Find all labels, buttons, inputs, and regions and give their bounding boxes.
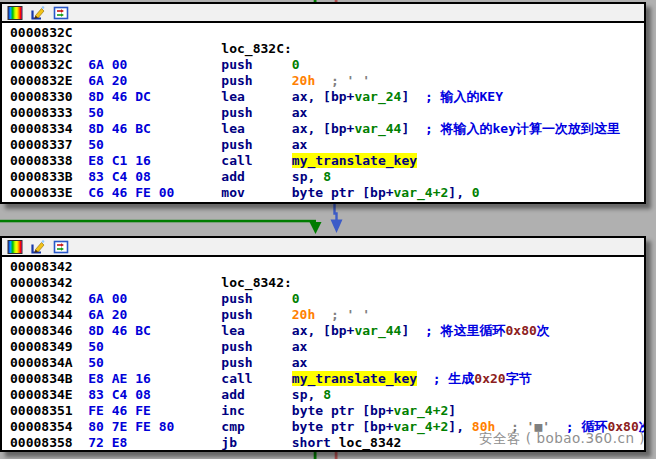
edge-fallthrough-line [335,204,337,220]
node-body: 0000834200008342 loc_8342:00008342 6A 00… [2,257,644,451]
asm-line[interactable]: 0000833B 83 C4 08 add sp, 8 [10,169,644,185]
group-node-icon[interactable] [53,239,69,255]
asm-line[interactable]: 00008346 8D 46 BC lea ax, [bp+var_44] ; … [10,323,644,339]
asm-line[interactable]: 00008349 50 push ax [10,339,644,355]
edge-loop-line [0,220,316,223]
asm-line[interactable]: 00008330 8D 46 DC lea ax, [bp+var_24] ; … [10,89,644,105]
asm-line[interactable]: 0000832C loc_832C: [10,41,644,57]
group-node-icon[interactable] [53,5,69,21]
asm-line[interactable]: 00008351 FE 46 FE inc byte ptr [bp+var_4… [10,403,644,419]
node-titlebar[interactable] [2,238,644,257]
node-body: 0000832C0000832C loc_832C:0000832C 6A 00… [2,23,644,201]
node-titlebar[interactable] [2,4,644,23]
asm-line[interactable]: 00008334 8D 46 BC lea ax, [bp+var_44] ; … [10,121,644,137]
asm-line[interactable]: 00008342 [10,259,644,275]
asm-line[interactable]: 0000834B E8 AE 16 call my_translate_key … [10,371,644,387]
edit-node-icon[interactable] [30,5,46,21]
asm-line[interactable]: 00008338 E8 C1 16 call my_translate_key [10,153,644,169]
edge-loop-arrowhead [310,222,322,234]
asm-line[interactable]: 00008344 6A 20 push 20h ; ' ' [10,307,644,323]
basic-block-8342[interactable]: 0000834200008342 loc_8342:00008342 6A 00… [0,236,646,452]
asm-line[interactable]: 00008333 50 push ax [10,105,644,121]
asm-line[interactable]: 0000834E 83 C4 08 add sp, 8 [10,387,644,403]
asm-line[interactable]: 0000833E C6 46 FE 00 mov byte ptr [bp+va… [10,185,644,201]
asm-line[interactable]: 0000834A 50 push ax [10,355,644,371]
asm-line[interactable]: 00008342 loc_8342: [10,275,644,291]
asm-line[interactable]: 0000832C 6A 00 push 0 [10,57,644,73]
asm-line[interactable]: 00008342 6A 00 push 0 [10,291,644,307]
node-color-icon[interactable] [7,239,23,255]
node-color-icon[interactable] [7,5,23,21]
watermark: 安全客 ( bobao.360.cn ) [479,430,645,448]
edge-stub-bottom-green [314,452,317,459]
basic-block-832C[interactable]: 0000832C0000832C loc_832C:0000832C 6A 00… [0,2,646,204]
asm-line[interactable]: 0000832E 6A 20 push 20h ; ' ' [10,73,644,89]
edge-stub-bottom-red [335,452,338,459]
edge-fallthrough-arrowhead [331,220,343,234]
asm-line[interactable]: 00008337 50 push ax [10,137,644,153]
edit-node-icon[interactable] [30,239,46,255]
asm-line[interactable]: 0000832C [10,25,644,41]
